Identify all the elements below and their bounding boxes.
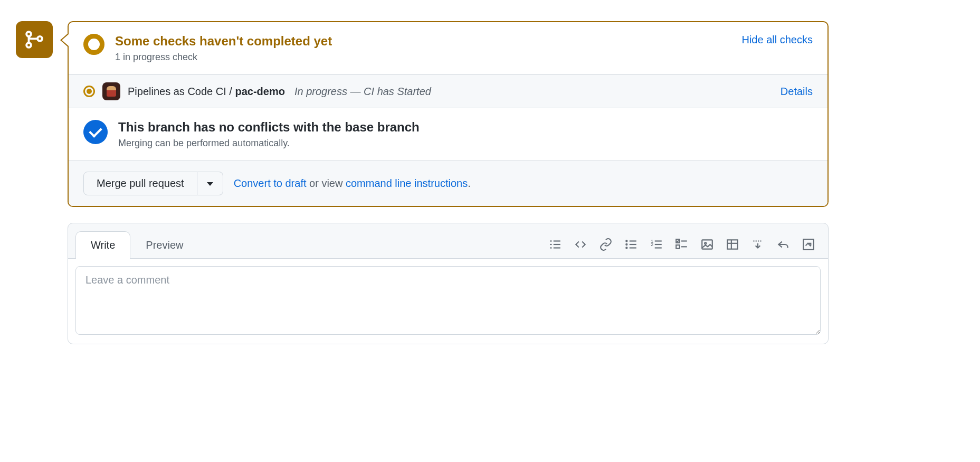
- check-pending-icon: [83, 86, 95, 97]
- quote-icon[interactable]: [548, 238, 562, 251]
- tab-write[interactable]: Write: [75, 231, 130, 259]
- svg-point-13: [626, 247, 627, 248]
- image-icon[interactable]: [700, 238, 714, 251]
- conflicts-subtitle: Merging can be performed automatically.: [118, 138, 813, 149]
- success-status-icon: [83, 120, 108, 144]
- check-status-text: In progress — CI has Started: [294, 86, 431, 98]
- command-line-instructions-link[interactable]: command line instructions: [346, 177, 468, 189]
- expand-icon[interactable]: [802, 238, 815, 251]
- svg-rect-22: [676, 245, 680, 249]
- check-app-avatar: [102, 82, 120, 100]
- hide-all-checks-link[interactable]: Hide all checks: [741, 34, 813, 46]
- checks-summary-section: Some checks haven't completed yet 1 in p…: [69, 22, 827, 74]
- merge-button-group: Merge pull request: [83, 172, 223, 195]
- merge-options-dropdown-button[interactable]: [197, 172, 223, 195]
- svg-point-11: [626, 244, 627, 245]
- check-details-link[interactable]: Details: [781, 86, 813, 98]
- comment-box: Write Preview 12: [68, 223, 829, 344]
- svg-point-2: [37, 36, 42, 41]
- git-merge-icon: [23, 29, 45, 51]
- markdown-toolbar: 12: [548, 238, 821, 251]
- svg-point-9: [626, 240, 627, 241]
- convert-to-draft-link[interactable]: Convert to draft: [234, 177, 307, 189]
- comment-textarea[interactable]: [75, 266, 821, 335]
- merge-status-badge: [16, 21, 53, 58]
- comment-tabs: Write Preview 12: [68, 223, 828, 258]
- check-row: Pipelines as Code CI / pac-demo In progr…: [69, 74, 827, 108]
- code-icon[interactable]: [574, 238, 587, 251]
- merge-status-box: Some checks haven't completed yet 1 in p…: [68, 21, 829, 207]
- reply-icon[interactable]: [776, 238, 790, 251]
- chevron-down-icon: [207, 182, 213, 186]
- checks-summary-title: Some checks haven't completed yet: [115, 34, 741, 49]
- unordered-list-icon[interactable]: [624, 238, 638, 251]
- svg-rect-26: [727, 240, 738, 249]
- link-icon[interactable]: [599, 238, 613, 251]
- check-name: Pipelines as Code CI / pac-demo: [128, 86, 285, 98]
- conflicts-section: This branch has no conflicts with the ba…: [69, 108, 827, 161]
- merge-footer: Merge pull request Convert to draft or v…: [69, 161, 827, 206]
- table-icon[interactable]: [726, 238, 739, 251]
- conflicts-title: This branch has no conflicts with the ba…: [118, 120, 813, 135]
- svg-text:2: 2: [651, 242, 653, 247]
- pending-status-icon: [83, 34, 104, 55]
- svg-point-0: [26, 32, 31, 36]
- merge-pull-request-button[interactable]: Merge pull request: [83, 172, 197, 195]
- ordered-list-icon[interactable]: 12: [650, 238, 663, 251]
- merge-footer-text: Convert to draft or view command line in…: [234, 177, 471, 190]
- collapse-icon[interactable]: [751, 238, 765, 251]
- svg-point-25: [705, 242, 706, 244]
- svg-point-1: [26, 43, 31, 48]
- task-list-icon[interactable]: [675, 238, 689, 251]
- tab-preview[interactable]: Preview: [130, 231, 198, 259]
- checks-summary-subtitle: 1 in progress check: [115, 52, 741, 63]
